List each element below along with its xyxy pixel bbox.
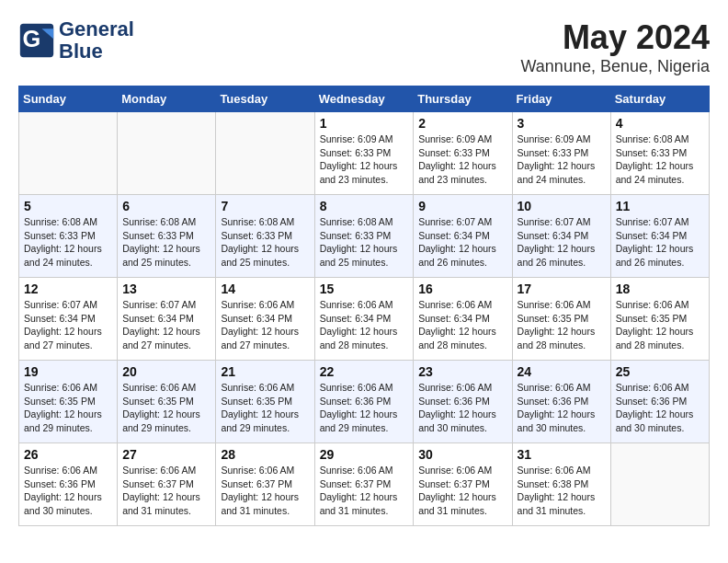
day-info: Sunrise: 6:06 AM Sunset: 6:35 PM Dayligh… xyxy=(221,381,309,435)
calendar-day-27: 27Sunrise: 6:06 AM Sunset: 6:37 PM Dayli… xyxy=(118,443,216,526)
calendar-week-row: 5Sunrise: 6:08 AM Sunset: 6:33 PM Daylig… xyxy=(19,195,710,278)
calendar-day-30: 30Sunrise: 6:06 AM Sunset: 6:37 PM Dayli… xyxy=(414,443,512,526)
weekday-header-row: SundayMondayTuesdayWednesdayThursdayFrid… xyxy=(19,86,710,112)
calendar-day-2: 2Sunrise: 6:09 AM Sunset: 6:33 PM Daylig… xyxy=(414,112,512,195)
day-number: 12 xyxy=(24,282,112,296)
calendar-table: SundayMondayTuesdayWednesdayThursdayFrid… xyxy=(18,86,710,526)
calendar-day-17: 17Sunrise: 6:06 AM Sunset: 6:35 PM Dayli… xyxy=(512,278,610,361)
day-number: 15 xyxy=(320,282,409,296)
calendar-day-12: 12Sunrise: 6:07 AM Sunset: 6:34 PM Dayli… xyxy=(19,278,118,361)
day-info: Sunrise: 6:08 AM Sunset: 6:33 PM Dayligh… xyxy=(616,132,704,187)
calendar-day-7: 7Sunrise: 6:08 AM Sunset: 6:33 PM Daylig… xyxy=(216,195,314,278)
calendar-day-6: 6Sunrise: 6:08 AM Sunset: 6:33 PM Daylig… xyxy=(118,195,216,278)
day-info: Sunrise: 6:07 AM Sunset: 6:34 PM Dayligh… xyxy=(122,298,210,352)
day-number: 30 xyxy=(418,447,506,462)
calendar-day-21: 21Sunrise: 6:06 AM Sunset: 6:35 PM Dayli… xyxy=(216,361,314,443)
day-info: Sunrise: 6:08 AM Sunset: 6:33 PM Dayligh… xyxy=(24,215,112,270)
day-number: 26 xyxy=(24,447,112,462)
day-number: 17 xyxy=(518,282,606,296)
calendar-day-25: 25Sunrise: 6:06 AM Sunset: 6:36 PM Dayli… xyxy=(610,361,709,443)
calendar-day-10: 10Sunrise: 6:07 AM Sunset: 6:34 PM Dayli… xyxy=(512,195,610,278)
logo: G General Blue xyxy=(18,18,134,63)
day-number: 13 xyxy=(122,282,210,296)
calendar-day-16: 16Sunrise: 6:06 AM Sunset: 6:34 PM Dayli… xyxy=(414,278,512,361)
day-info: Sunrise: 6:06 AM Sunset: 6:35 PM Dayligh… xyxy=(518,298,606,352)
weekday-header-saturday: Saturday xyxy=(610,86,709,112)
logo-line1: General xyxy=(59,17,134,40)
calendar-day-19: 19Sunrise: 6:06 AM Sunset: 6:35 PM Dayli… xyxy=(19,361,118,443)
weekday-header-sunday: Sunday xyxy=(19,86,118,112)
day-info: Sunrise: 6:06 AM Sunset: 6:36 PM Dayligh… xyxy=(24,464,112,518)
weekday-header-monday: Monday xyxy=(118,86,216,112)
day-number: 3 xyxy=(518,116,606,131)
page-header: G General Blue May 2024 Wannune, Benue, … xyxy=(18,18,710,76)
day-info: Sunrise: 6:06 AM Sunset: 6:34 PM Dayligh… xyxy=(418,298,506,352)
day-info: Sunrise: 6:06 AM Sunset: 6:36 PM Dayligh… xyxy=(418,381,506,435)
calendar-week-row: 26Sunrise: 6:06 AM Sunset: 6:36 PM Dayli… xyxy=(19,443,710,526)
day-number: 1 xyxy=(320,116,409,131)
day-number: 16 xyxy=(418,282,506,296)
day-info: Sunrise: 6:07 AM Sunset: 6:34 PM Dayligh… xyxy=(24,298,112,352)
calendar-week-row: 19Sunrise: 6:06 AM Sunset: 6:35 PM Dayli… xyxy=(19,361,710,443)
day-info: Sunrise: 6:09 AM Sunset: 6:33 PM Dayligh… xyxy=(320,132,409,187)
calendar-day-31: 31Sunrise: 6:06 AM Sunset: 6:38 PM Dayli… xyxy=(512,443,610,526)
calendar-day-1: 1Sunrise: 6:09 AM Sunset: 6:33 PM Daylig… xyxy=(314,112,414,195)
calendar-day-5: 5Sunrise: 6:08 AM Sunset: 6:33 PM Daylig… xyxy=(19,195,118,278)
day-number: 18 xyxy=(616,282,704,296)
calendar-day-15: 15Sunrise: 6:06 AM Sunset: 6:34 PM Dayli… xyxy=(314,278,414,361)
weekday-header-tuesday: Tuesday xyxy=(216,86,314,112)
day-number: 22 xyxy=(320,364,409,379)
day-info: Sunrise: 6:06 AM Sunset: 6:37 PM Dayligh… xyxy=(122,464,210,518)
day-number: 27 xyxy=(122,447,210,462)
calendar-week-row: 1Sunrise: 6:09 AM Sunset: 6:33 PM Daylig… xyxy=(19,112,710,195)
calendar-day-empty xyxy=(216,112,314,195)
day-info: Sunrise: 6:06 AM Sunset: 6:38 PM Dayligh… xyxy=(518,464,606,518)
day-number: 28 xyxy=(221,447,309,462)
day-info: Sunrise: 6:06 AM Sunset: 6:36 PM Dayligh… xyxy=(320,381,409,435)
day-number: 31 xyxy=(518,447,606,462)
day-number: 24 xyxy=(518,364,606,379)
day-info: Sunrise: 6:06 AM Sunset: 6:35 PM Dayligh… xyxy=(24,381,112,435)
weekday-header-friday: Friday xyxy=(512,86,610,112)
day-number: 8 xyxy=(320,199,409,213)
day-info: Sunrise: 6:09 AM Sunset: 6:33 PM Dayligh… xyxy=(518,132,606,187)
day-number: 6 xyxy=(122,199,210,213)
day-info: Sunrise: 6:06 AM Sunset: 6:36 PM Dayligh… xyxy=(616,381,704,435)
day-number: 25 xyxy=(616,364,704,379)
calendar-day-9: 9Sunrise: 6:07 AM Sunset: 6:34 PM Daylig… xyxy=(414,195,512,278)
calendar-day-18: 18Sunrise: 6:06 AM Sunset: 6:35 PM Dayli… xyxy=(610,278,709,361)
logo-line2: Blue xyxy=(59,40,103,63)
day-info: Sunrise: 6:06 AM Sunset: 6:37 PM Dayligh… xyxy=(320,464,409,518)
day-info: Sunrise: 6:06 AM Sunset: 6:35 PM Dayligh… xyxy=(122,381,210,435)
logo-icon: G xyxy=(18,22,55,59)
calendar-day-26: 26Sunrise: 6:06 AM Sunset: 6:36 PM Dayli… xyxy=(19,443,118,526)
day-number: 23 xyxy=(418,364,506,379)
calendar-day-22: 22Sunrise: 6:06 AM Sunset: 6:36 PM Dayli… xyxy=(314,361,414,443)
day-number: 10 xyxy=(518,199,606,213)
location: Wannune, Benue, Nigeria xyxy=(521,57,710,76)
calendar-day-28: 28Sunrise: 6:06 AM Sunset: 6:37 PM Dayli… xyxy=(216,443,314,526)
calendar-day-29: 29Sunrise: 6:06 AM Sunset: 6:37 PM Dayli… xyxy=(314,443,414,526)
calendar-day-24: 24Sunrise: 6:06 AM Sunset: 6:36 PM Dayli… xyxy=(512,361,610,443)
calendar-week-row: 12Sunrise: 6:07 AM Sunset: 6:34 PM Dayli… xyxy=(19,278,710,361)
day-info: Sunrise: 6:09 AM Sunset: 6:33 PM Dayligh… xyxy=(418,132,506,187)
title-block: May 2024 Wannune, Benue, Nigeria xyxy=(521,18,710,76)
calendar-body: 1Sunrise: 6:09 AM Sunset: 6:33 PM Daylig… xyxy=(19,112,710,526)
day-number: 14 xyxy=(221,282,309,296)
day-info: Sunrise: 6:07 AM Sunset: 6:34 PM Dayligh… xyxy=(616,215,704,270)
calendar-day-empty xyxy=(19,112,118,195)
day-number: 7 xyxy=(221,199,309,213)
calendar-day-13: 13Sunrise: 6:07 AM Sunset: 6:34 PM Dayli… xyxy=(118,278,216,361)
calendar-day-4: 4Sunrise: 6:08 AM Sunset: 6:33 PM Daylig… xyxy=(610,112,709,195)
day-number: 11 xyxy=(616,199,704,213)
day-number: 2 xyxy=(418,116,506,131)
weekday-header-thursday: Thursday xyxy=(414,86,512,112)
day-number: 19 xyxy=(24,364,112,379)
calendar-day-empty xyxy=(118,112,216,195)
day-info: Sunrise: 6:06 AM Sunset: 6:34 PM Dayligh… xyxy=(221,298,309,352)
month-year: May 2024 xyxy=(521,18,710,57)
day-info: Sunrise: 6:06 AM Sunset: 6:34 PM Dayligh… xyxy=(320,298,409,352)
day-number: 21 xyxy=(221,364,309,379)
day-number: 4 xyxy=(616,116,704,131)
day-number: 29 xyxy=(320,447,409,462)
